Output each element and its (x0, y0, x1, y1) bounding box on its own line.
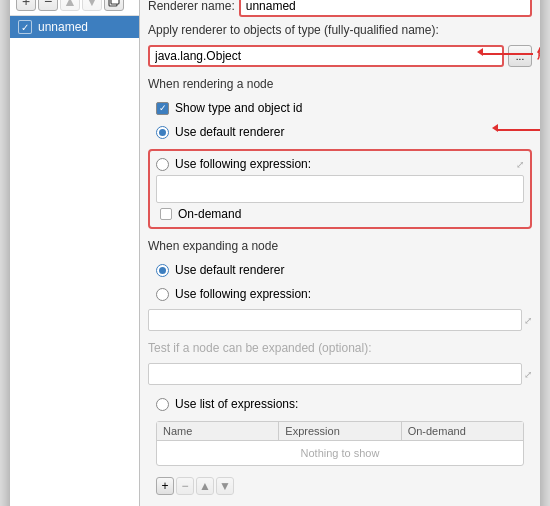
move-up-button[interactable]: ▲ (60, 0, 80, 11)
use-list-label: Use list of expressions: (175, 397, 298, 411)
ondemand-row: On-demand (156, 207, 524, 221)
type-input-row: java.lang.Object ... (148, 45, 532, 67)
test-expand-input-wrapper: ⤢ (148, 363, 532, 385)
renderer-item-label: unnamed (38, 20, 88, 34)
renderer-list-item[interactable]: ✓ unnamed (10, 16, 139, 38)
table-remove-button[interactable]: − (176, 477, 194, 495)
col-ondemand: On-demand (402, 422, 523, 440)
table-down-button[interactable]: ▼ (216, 477, 234, 495)
left-panel: + − ▲ ▼ ✓ unnamed (10, 0, 140, 506)
renderer-name-input[interactable]: unnamed (239, 0, 532, 17)
col-name: Name (157, 422, 279, 440)
show-type-checkbox[interactable]: ✓ (156, 102, 169, 115)
ondemand-checkbox[interactable] (160, 208, 172, 220)
table-empty-text: Nothing to show (301, 447, 380, 459)
expression-section: Use following expression: ⤢ On-demand (148, 149, 532, 229)
remove-renderer-button[interactable]: − (38, 0, 58, 11)
table-body: Nothing to show (157, 441, 523, 465)
col-expression: Expression (279, 422, 401, 440)
expression-input-area[interactable] (156, 175, 524, 203)
table-header: Name Expression On-demand (157, 422, 523, 441)
list-toolbar: + − ▲ ▼ (10, 0, 139, 16)
expand-default-radio[interactable] (156, 264, 169, 277)
ondemand-label: On-demand (178, 207, 241, 221)
copy-renderer-button[interactable] (104, 0, 124, 11)
resize-icon: ⤢ (516, 159, 524, 170)
type-input[interactable]: java.lang.Object (148, 45, 504, 67)
table-add-button[interactable]: + (156, 477, 174, 495)
use-default-label: Use default renderer (175, 125, 284, 139)
test-expand-input[interactable] (148, 363, 522, 385)
use-expression-row: Use following expression: ⤢ (156, 157, 524, 175)
use-list-radio[interactable] (156, 398, 169, 411)
table-toolbar: + − ▲ ▼ (148, 474, 532, 498)
type-row-section: java.lang.Object ... 解析的类型 (148, 45, 532, 67)
expand-expression-input[interactable] (148, 309, 522, 331)
table-up-button[interactable]: ▲ (196, 477, 214, 495)
annotation-type: 解析的类型 (537, 45, 540, 63)
show-type-row: ✓ Show type and object id (148, 99, 532, 117)
show-type-label: Show type and object id (175, 101, 302, 115)
renderer-name-row: Renderer name: unnamed (148, 0, 532, 17)
renderer-checkbox[interactable]: ✓ (18, 20, 32, 34)
expand-expression-label: Use following expression: (175, 287, 311, 301)
use-default-renderer-row: Use default renderer 解析方式 (148, 123, 532, 141)
expand-expression-radio[interactable] (156, 288, 169, 301)
renderer-name-label: Renderer name: (148, 0, 235, 13)
expression-list-table: Name Expression On-demand Nothing to sho… (156, 421, 524, 466)
main-window: Customize Data Views Java Java Type Rend… (10, 0, 540, 506)
right-panel: Renderer name: unnamed 名称 Apply renderer… (140, 0, 540, 506)
use-default-radio[interactable] (156, 126, 169, 139)
expand-expression-row: Use following expression: (148, 285, 532, 303)
use-list-row: Use list of expressions: (148, 395, 532, 413)
test-expand-label: Test if a node can be expanded (optional… (148, 341, 532, 355)
rendering-node-label: When rendering a node (148, 77, 532, 91)
move-down-button[interactable]: ▼ (82, 0, 102, 11)
browse-button[interactable]: ... (508, 45, 532, 67)
main-content: + − ▲ ▼ ✓ unnamed Rende (10, 0, 540, 506)
use-expression-radio[interactable] (156, 158, 169, 171)
apply-type-label: Apply renderer to objects of type (fully… (148, 23, 532, 37)
expand-default-row: Use default renderer (148, 261, 532, 279)
expand-default-label: Use default renderer (175, 263, 284, 277)
expanding-node-label: When expanding a node (148, 239, 532, 253)
resize-icon-3: ⤢ (524, 369, 532, 380)
resize-icon-2: ⤢ (524, 315, 532, 326)
expand-expression-input-wrapper: ⤢ (148, 309, 532, 331)
renderer-name-section: Renderer name: unnamed 名称 (148, 0, 532, 17)
svg-rect-1 (111, 0, 119, 4)
use-expression-label: Use following expression: (175, 157, 311, 171)
add-renderer-button[interactable]: + (16, 0, 36, 11)
